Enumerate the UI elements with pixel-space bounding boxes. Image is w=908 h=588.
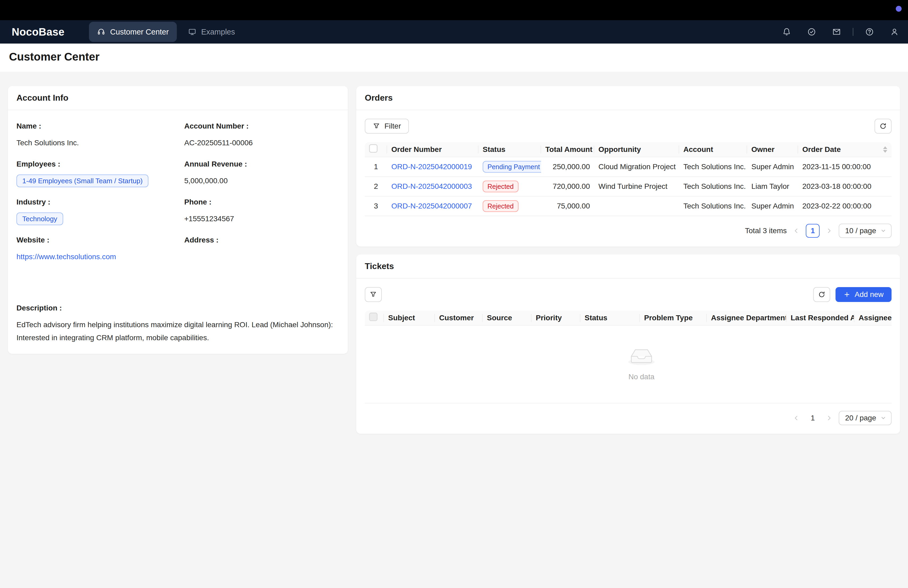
add-new-button[interactable]: Add new	[836, 287, 892, 302]
account-field: Industry :Technology	[16, 198, 172, 225]
account-field: Name :Tech Solutions Inc.	[16, 122, 172, 149]
opportunity-cell: Wind Turbine Project	[594, 177, 679, 197]
tickets-header: Tickets	[356, 255, 900, 279]
order-number-link[interactable]: ORD-N-2025042000003	[391, 182, 472, 190]
account-field: Phone :+15551234567	[184, 198, 339, 225]
value-tag: 1-49 Employees (Small Team / Startup)	[16, 174, 148, 187]
column-header-order_number: Order Number	[387, 142, 478, 157]
nav-tabs: Customer Center Examples	[89, 20, 243, 43]
account-cell: Tech Solutions Inc.	[679, 197, 747, 216]
order-number-link[interactable]: ORD-N-2025042000007	[391, 202, 472, 210]
page-title: Customer Center	[9, 50, 899, 63]
tab-label: Examples	[201, 27, 235, 36]
column-header-order_date[interactable]: Order Date	[798, 142, 892, 157]
monitor-icon	[188, 27, 196, 36]
website-link[interactable]: https://www.techsolutions.com	[16, 253, 116, 261]
add-new-label: Add new	[855, 290, 884, 299]
owner-cell: Liam Taylor	[747, 177, 798, 197]
field-value: Technology	[16, 212, 172, 225]
navbar-actions	[782, 27, 899, 36]
chevron-down-icon	[881, 228, 886, 234]
next-page-button[interactable]	[826, 227, 832, 234]
page-header: Customer Center	[0, 43, 908, 72]
status-tag: Pending Payment	[483, 161, 541, 172]
caret-up-icon	[883, 147, 887, 149]
status-tag: Rejected	[483, 180, 518, 192]
orders-pagination: Total 3 items 1 10 / page	[365, 224, 892, 238]
check-circle-icon[interactable]	[807, 27, 816, 36]
caret-down-icon	[883, 150, 887, 153]
plus-icon	[844, 291, 850, 298]
table-row: 2ORD-N-2025042000003Rejected720,000.00Wi…	[365, 177, 892, 197]
prev-page-button[interactable]	[793, 227, 799, 234]
field-value: https://www.techsolutions.com	[16, 250, 172, 263]
column-header-account: Account	[679, 142, 747, 157]
page-size-value: 20 / page	[845, 414, 876, 422]
tab-label: Customer Center	[110, 27, 169, 36]
filter-button[interactable]: Filter	[365, 119, 409, 134]
page-size-value: 10 / page	[845, 227, 876, 235]
select-all-header	[365, 311, 384, 325]
content: Account Info Name :Tech Solutions Inc.Ac…	[0, 72, 908, 441]
field-value: Tech Solutions Inc.	[16, 136, 172, 149]
user-icon[interactable]	[890, 27, 899, 36]
refresh-button[interactable]	[874, 119, 892, 134]
empty-text: No data	[628, 373, 654, 381]
column-header-status: Status	[478, 142, 541, 157]
status-tag: Rejected	[483, 200, 518, 212]
select-all-checkbox[interactable]	[369, 144, 378, 153]
tickets-card: Tickets	[356, 255, 900, 434]
select-all-checkbox[interactable]	[369, 313, 378, 321]
tab-examples[interactable]: Examples	[180, 22, 243, 42]
tickets-table: SubjectCustomerSourcePriorityStatusProbl…	[365, 311, 892, 403]
account-cell: Tech Solutions Inc.	[679, 157, 747, 177]
owner-cell: Super Admin	[747, 157, 798, 177]
total-amount-cell: 250,000.00	[541, 157, 594, 177]
column-header-subject: Subject	[384, 311, 435, 325]
next-page-button[interactable]	[826, 415, 832, 421]
row-index: 1	[365, 157, 387, 177]
recording-indicator	[896, 6, 902, 12]
card-title: Tickets	[365, 261, 394, 271]
prev-page-button[interactable]	[793, 415, 799, 421]
table-row: 1ORD-N-2025042000019Pending Payment250,0…	[365, 157, 892, 177]
column-header-priority: Priority	[531, 311, 580, 325]
order-number-link[interactable]: ORD-N-2025042000019	[391, 163, 472, 171]
account-field: Account Number :AC-20250511-00006	[184, 122, 339, 149]
field-label: Annual Revenue :	[184, 160, 339, 168]
nocobase-logo[interactable]: NocoBase	[12, 26, 64, 38]
page-number-button[interactable]: 1	[806, 411, 819, 425]
reload-icon	[818, 291, 826, 298]
row-index: 3	[365, 197, 387, 216]
page-size-select[interactable]: 20 / page	[839, 411, 892, 425]
tab-customer-center[interactable]: Customer Center	[89, 22, 177, 42]
field-value: AC-20250511-00006	[184, 136, 339, 149]
help-icon[interactable]	[865, 27, 874, 36]
sort-icon	[883, 147, 887, 153]
column-header-total_amount: Total Amount	[541, 142, 594, 157]
refresh-button[interactable]	[813, 287, 830, 302]
page-size-select[interactable]: 10 / page	[839, 224, 892, 238]
order-number-cell: ORD-N-2025042000007	[387, 197, 478, 216]
status-cell: Rejected	[478, 177, 541, 197]
account-info-header: Account Info	[8, 86, 348, 110]
total-amount-cell: 75,000.00	[541, 197, 594, 216]
filter-icon-button[interactable]	[365, 287, 382, 302]
order-date-cell: 2023-02-22 00:00:00	[798, 197, 892, 216]
orders-table-header: Order NumberStatusTotal AmountOpportunit…	[365, 142, 892, 157]
navbar-divider	[853, 28, 853, 36]
field-label: Description :	[16, 304, 339, 313]
reload-icon	[879, 122, 887, 130]
order-date-cell: 2023-03-18 00:00:00	[798, 177, 892, 197]
mail-icon[interactable]	[832, 27, 841, 36]
bell-icon[interactable]	[782, 27, 791, 36]
page-number-button[interactable]: 1	[806, 224, 819, 238]
top-navbar: NocoBase Customer Center Examples	[0, 20, 908, 43]
funnel-icon	[373, 122, 380, 130]
column-header-customer: Customer	[435, 311, 483, 325]
card-title: Orders	[365, 93, 393, 103]
tickets-toolbar: Add new	[365, 287, 892, 302]
total-amount-cell: 720,000.00	[541, 177, 594, 197]
account-info-card: Account Info Name :Tech Solutions Inc.Ac…	[8, 86, 348, 354]
field-label: Name :	[16, 122, 172, 130]
